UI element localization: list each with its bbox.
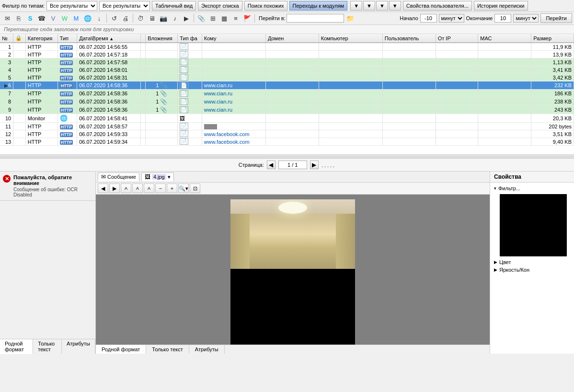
col-ip[interactable]: От IP [436, 34, 478, 43]
image-tab[interactable]: 🖼 4.jpg ▾ [141, 173, 174, 181]
time-goto-btn[interactable]: Перейти [540, 13, 572, 23]
filter-section-header[interactable]: ▾ Фильтр... [494, 184, 570, 192]
col-computer[interactable]: Компьютер [319, 34, 382, 43]
img-aa-btn2[interactable]: A [132, 184, 143, 193]
msgr-icon-btn[interactable]: M [71, 13, 81, 23]
col-lock[interactable]: 🔒 [13, 34, 26, 43]
tab-native-format[interactable]: Родной формат [0, 339, 33, 354]
filter-col-btn3[interactable]: ▼ [376, 1, 388, 11]
user-props-btn[interactable]: Свойства пользователя... [403, 1, 472, 11]
export-list-btn[interactable]: Экспорт списка [198, 1, 242, 11]
message-tab[interactable]: ✉ Сообщение [98, 173, 139, 181]
tab-attributes[interactable]: Атрибуты [62, 339, 95, 354]
refresh-icon-btn[interactable]: ↺ [109, 13, 119, 23]
img-zoom-in-btn[interactable]: + [167, 184, 177, 193]
center-tab-attrs[interactable]: Атрибуты [189, 345, 225, 354]
table-row[interactable]: 2 HTTP HTTP 06.07.2020 14:57:18 📄 13,9 K… [0, 51, 574, 58]
filter-col-btn2[interactable]: ▼ [363, 1, 375, 11]
table-scroll[interactable]: № 🔒 Категория Тип Дата\Время Вложения Ти… [0, 34, 574, 154]
table-row[interactable]: 9 HTTP HTTP 06.07.2020 14:58:36 1 📎 📄 ww… [0, 106, 574, 114]
cell-filetype: 📄 [178, 81, 202, 90]
whatsapp-icon-btn[interactable]: W [59, 13, 70, 23]
col-mac[interactable]: МАС [478, 34, 531, 43]
monitor-icon-btn[interactable]: 🖥 [147, 13, 157, 23]
img-fit-btn[interactable]: ⊡ [190, 184, 200, 193]
img-next-btn[interactable]: ▶ [109, 184, 120, 193]
col-arrow[interactable] [141, 34, 146, 43]
table-row[interactable]: 13 HTTP HTTP 06.07.2020 14:59:34 📄 www.f… [0, 138, 574, 146]
col-user[interactable]: Пользователь [382, 34, 436, 43]
cell-num: 9 [0, 106, 13, 114]
image-dropdown-icon[interactable]: ▾ [168, 174, 171, 180]
table-row[interactable]: 10 Monitor 🌐 06.07.2020 14:58:41 🖼 20,3 … [0, 114, 574, 123]
col-category[interactable]: Категория [25, 34, 57, 43]
h-scrollbar[interactable] [0, 154, 574, 158]
filter-type-select[interactable]: Все результаты HTTP SMTP FTP Monitor [46, 1, 97, 11]
filter-col-btn1[interactable]: ▼ [350, 1, 362, 11]
end-unit-select[interactable]: минут часов [513, 14, 539, 23]
table-row[interactable]: 12 HTTP HTTP 06.07.2020 14:59:33 📄 www.f… [0, 130, 574, 138]
email-icon-btn[interactable]: ✉ [2, 13, 12, 23]
next-page-btn[interactable]: ▶ [310, 161, 319, 169]
image-content [96, 195, 490, 354]
icon-toolbar: ✉ ⎘ S ☎ V W M 🌐 ↓ ↺ 🖨 ⏱ 🖥 📷 ♪ ▶ 📎 ⊞ ▦ ≡ … [0, 12, 574, 25]
phone-icon-btn[interactable]: ☎ [36, 13, 47, 23]
table-row[interactable]: ▶6 HTTP HTTP 06.07.2020 14:58:36 1 📎 📄 w… [0, 81, 574, 90]
img-aa-btn[interactable]: A [121, 184, 131, 193]
center-tab-text[interactable]: Только текст [146, 345, 189, 354]
list-icon-btn[interactable]: ≡ [230, 13, 241, 23]
col-size[interactable]: Размер [531, 34, 574, 43]
print-icon-btn[interactable]: 🖨 [120, 13, 131, 23]
grid-icon-btn[interactable]: ▦ [219, 13, 230, 23]
web-icon-btn[interactable]: 🌐 [82, 13, 93, 23]
search-similar-btn[interactable]: Поиск похожих [244, 1, 287, 11]
table-row[interactable]: 3 HTTP HTTP 06.07.2020 14:57:58 📄 1,13 K… [0, 58, 574, 66]
flag-icon-btn[interactable]: 🚩 [242, 13, 253, 23]
results-select[interactable]: Все результаты [99, 1, 150, 11]
skype-icon-btn[interactable]: S [25, 13, 35, 23]
module-jump-btn[interactable]: Переходы к модулям [289, 1, 348, 11]
nav-goto-icon-btn[interactable]: 📁 [345, 13, 356, 23]
tab-text-only[interactable]: Только текст [33, 339, 62, 354]
start-unit-select[interactable]: минут часов [439, 14, 464, 23]
img-prev-btn[interactable]: ◀ [98, 184, 108, 193]
play-icon-btn[interactable]: ▶ [181, 13, 192, 23]
filter-col-btn4[interactable]: ▼ [389, 1, 401, 11]
table-row[interactable]: 8 HTTP HTTP 06.07.2020 14:58:36 1 📎 📄 ww… [0, 98, 574, 106]
col-to[interactable]: Кому [202, 34, 265, 43]
col-type[interactable]: Тип [57, 34, 77, 43]
clock-icon-btn[interactable]: ⏱ [135, 13, 146, 23]
table-row[interactable]: 11 HTTP HTTP 06.07.2020 14:58:57 📄 202 b… [0, 123, 574, 130]
col-num[interactable]: № [0, 34, 13, 43]
table-view-btn[interactable]: Табличный вид [152, 1, 196, 11]
img-zoom-out-btn[interactable]: − [155, 184, 166, 193]
camera-icon-btn[interactable]: 📷 [158, 13, 169, 23]
start-time-input[interactable] [420, 14, 437, 23]
img-zoom-dropdown-btn[interactable]: 🔍▾ [178, 184, 189, 193]
nav-goto-input[interactable] [287, 14, 344, 23]
download-icon-btn[interactable]: ↓ [94, 13, 104, 23]
col-domain[interactable]: Домен [265, 34, 319, 43]
table-row[interactable]: 7 HTTP HTTP 06.07.2020 14:58:36 1 📎 📄 ww… [0, 90, 574, 98]
history-btn[interactable]: История переписки [474, 1, 528, 11]
prev-page-btn[interactable]: ◀ [267, 161, 276, 169]
sound-icon-btn[interactable]: ♪ [170, 13, 180, 23]
table-row[interactable]: 5 HTTP HTTP 06.07.2020 14:58:31 📄 3,42 K… [0, 74, 574, 81]
cell-lock [13, 123, 26, 130]
col-filetype[interactable]: Тип фа [178, 34, 202, 43]
img-aa-btn3[interactable]: A [144, 184, 154, 193]
brightness-section-header[interactable]: ▶ Яркость/Кон [494, 266, 570, 274]
copy-icon-btn[interactable]: ⎘ [13, 13, 24, 23]
col-attach[interactable]: Вложения [146, 34, 178, 43]
center-tab-native[interactable]: Родной формат [96, 345, 146, 354]
attach-icon-btn[interactable]: 📎 [196, 13, 207, 23]
table-row[interactable]: 1 HTTP HTTP 06.07.2020 14:56:55 📄 11,9 K… [0, 43, 574, 51]
page-input[interactable] [278, 161, 307, 169]
table-row[interactable]: 4 HTTP HTTP 06.07.2020 14:58:01 📄 3,41 K… [0, 66, 574, 74]
expand-icon-btn[interactable]: ⊞ [207, 13, 218, 23]
end-time-input[interactable] [494, 14, 511, 23]
color-section-header[interactable]: ▶ Цвет [494, 258, 570, 266]
viber-icon-btn[interactable]: V [48, 13, 58, 23]
cell-user [382, 66, 436, 74]
col-datetime[interactable]: Дата\Время [77, 34, 141, 43]
